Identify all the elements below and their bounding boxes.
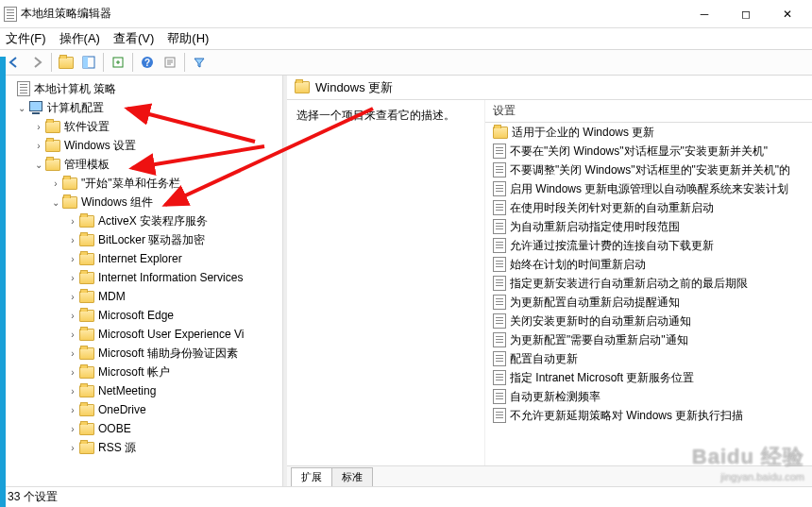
tree-label: Windows 设置 — [64, 138, 136, 154]
column-header-settings[interactable]: 设置 — [485, 100, 812, 123]
list-item[interactable]: 指定 Intranet Microsoft 更新服务位置 — [485, 368, 812, 387]
tab-standard[interactable]: 标准 — [331, 467, 373, 486]
list-label: 不要调整"关闭 Windows"对话框里的"安装更新并关机"的 — [510, 162, 790, 178]
list-item[interactable]: 启用 Windows 更新电源管理以自动唤醒系统来安装计划 — [485, 179, 812, 198]
tree-windows-settings[interactable]: › Windows 设置 — [0, 136, 282, 155]
setting-icon — [493, 389, 506, 404]
list-item[interactable]: 允许通过按流量计费的连接自动下载更新 — [485, 236, 812, 255]
minimize-button[interactable]: ─ — [684, 0, 725, 28]
list-label: 适用于企业的 Windows 更新 — [512, 125, 654, 141]
list-item[interactable]: 自动更新检测频率 — [485, 387, 812, 406]
tree-item[interactable]: ›OneDrive — [0, 400, 282, 419]
list-label: 不要在"关闭 Windows"对话框显示"安装更新并关机" — [510, 144, 768, 160]
tree-label: Microsoft 帐户 — [98, 364, 170, 380]
tree-label: RSS 源 — [98, 440, 136, 456]
list-item[interactable]: 为更新配置"需要自动重新启动"通知 — [485, 330, 812, 349]
tree-root[interactable]: ▶ 本地计算机 策略 — [0, 79, 282, 98]
tree-label: Microsoft 辅助身份验证因素 — [98, 346, 238, 362]
title-bar: 本地组策略编辑器 ─ ◻ ✕ — [0, 0, 812, 28]
description-pane: 选择一个项目来查看它的描述。 — [287, 100, 485, 465]
close-button[interactable]: ✕ — [767, 0, 808, 28]
up-button[interactable] — [56, 52, 76, 73]
list-item[interactable]: 适用于企业的 Windows 更新 — [485, 123, 812, 142]
list-item[interactable]: 不要调整"关闭 Windows"对话框里的"安装更新并关机"的 — [485, 161, 812, 179]
folder-icon — [79, 215, 94, 228]
show-hide-tree-button[interactable] — [78, 52, 99, 73]
back-button[interactable] — [4, 52, 25, 73]
list-label: 为更新配置自动重新启动提醒通知 — [510, 295, 680, 311]
tree-label: Windows 组件 — [81, 194, 153, 211]
list-item[interactable]: 不允许更新延期策略对 Windows 更新执行扫描 — [485, 406, 812, 425]
properties-button[interactable] — [160, 52, 180, 73]
tree-item[interactable]: ›Internet Explorer — [0, 249, 282, 268]
navigation-tree[interactable]: ▶ 本地计算机 策略 ⌄ 计算机配置 › 软件设置 › Windows 设置 ⌄… — [0, 76, 283, 486]
setting-icon — [493, 370, 506, 385]
tree-item[interactable]: ›ActiveX 安装程序服务 — [0, 211, 282, 230]
tree-label: 本地计算机 策略 — [34, 81, 116, 97]
setting-icon — [493, 351, 506, 366]
list-item[interactable]: 为更新配置自动重新启动提醒通知 — [485, 293, 812, 312]
menu-file[interactable]: 文件(F) — [6, 30, 46, 47]
content-title: Windows 更新 — [315, 79, 393, 96]
tree-item[interactable]: ›Microsoft User Experience Vi — [0, 325, 282, 344]
menu-help[interactable]: 帮助(H) — [167, 30, 209, 47]
help-button[interactable]: ? — [137, 52, 158, 73]
tree-software-settings[interactable]: › 软件设置 — [0, 117, 282, 136]
tree-label: Internet Information Services — [98, 271, 243, 284]
folder-icon — [79, 347, 94, 360]
list-label: 为更新配置"需要自动重新启动"通知 — [510, 332, 688, 348]
folder-icon — [45, 159, 60, 171]
list-item[interactable]: 指定更新安装进行自动重新启动之前的最后期限 — [485, 274, 812, 293]
folder-icon — [79, 253, 94, 265]
folder-icon — [59, 57, 74, 69]
setting-icon — [493, 295, 506, 310]
filter-button[interactable] — [189, 52, 210, 73]
tree-label: MDM — [98, 290, 126, 303]
list-label: 在使用时段关闭针对更新的自动重新启动 — [510, 200, 714, 216]
export-button[interactable] — [108, 52, 128, 73]
list-label: 自动更新检测频率 — [510, 389, 601, 405]
tab-extended[interactable]: 扩展 — [291, 467, 332, 486]
description-text: 选择一个项目来查看它的描述。 — [296, 108, 475, 124]
menu-action[interactable]: 操作(A) — [59, 30, 100, 47]
menu-view[interactable]: 查看(V) — [113, 30, 154, 47]
tree-admin-templates[interactable]: ⌄ 管理模板 — [0, 155, 282, 174]
computer-icon — [28, 101, 43, 114]
forward-button[interactable] — [26, 52, 47, 73]
setting-icon — [493, 219, 506, 234]
tree-item[interactable]: ›OOBE — [0, 419, 282, 438]
tree-windows-components[interactable]: ⌄ Windows 组件 — [0, 193, 282, 211]
tree-item[interactable]: ›BitLocker 驱动器加密 — [0, 230, 282, 249]
tree-item[interactable]: ›Microsoft 辅助身份验证因素 — [0, 344, 282, 363]
tree-item[interactable]: ›Microsoft 帐户 — [0, 363, 282, 381]
tree-item[interactable]: ›NetMeeting — [0, 381, 282, 400]
list-label: 始终在计划的时间重新启动 — [510, 257, 646, 273]
tree-start-taskbar[interactable]: › "开始"菜单和任务栏 — [0, 174, 282, 193]
list-item[interactable]: 在使用时段关闭针对更新的自动重新启动 — [485, 198, 812, 217]
tree-item[interactable]: ›Microsoft Edge — [0, 306, 282, 325]
toolbar: ? — [0, 49, 812, 76]
list-item[interactable]: 配置自动更新 — [485, 349, 812, 368]
list-item[interactable]: 为自动重新启动指定使用时段范围 — [485, 217, 812, 236]
folder-icon — [79, 366, 94, 379]
list-item[interactable]: 关闭安装更新时的自动重新启动通知 — [485, 312, 812, 330]
tree-computer-config[interactable]: ⌄ 计算机配置 — [0, 98, 282, 117]
folder-icon — [45, 140, 60, 152]
menu-bar: 文件(F) 操作(A) 查看(V) 帮助(H) — [0, 28, 812, 49]
settings-list[interactable]: 设置 适用于企业的 Windows 更新 不要在"关闭 Windows"对话框显… — [485, 100, 812, 465]
list-item[interactable]: 始终在计划的时间重新启动 — [485, 255, 812, 274]
tree-label: OOBE — [98, 422, 131, 435]
list-label: 指定更新安装进行自动重新启动之前的最后期限 — [510, 276, 748, 292]
setting-icon — [493, 332, 506, 347]
tree-item[interactable]: ›MDM — [0, 287, 282, 306]
list-item[interactable]: 不要在"关闭 Windows"对话框显示"安装更新并关机" — [485, 142, 812, 161]
setting-icon — [493, 276, 506, 291]
maximize-button[interactable]: ◻ — [725, 0, 767, 28]
tree-label: Internet Explorer — [98, 252, 182, 265]
folder-icon — [79, 310, 94, 322]
folder-icon — [493, 127, 508, 139]
tree-item[interactable]: ›RSS 源 — [0, 438, 282, 457]
tree-item[interactable]: ›Internet Information Services — [0, 268, 282, 287]
view-tabs: 扩展 标准 — [287, 465, 812, 486]
folder-icon — [79, 272, 94, 284]
